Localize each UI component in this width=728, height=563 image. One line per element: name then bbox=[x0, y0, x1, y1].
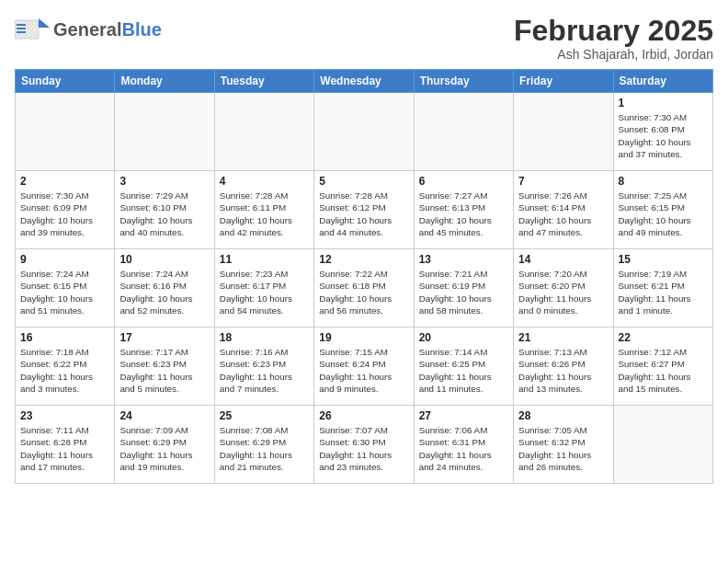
day-info: Sunrise: 7:24 AM Sunset: 6:15 PM Dayligh… bbox=[20, 268, 109, 316]
day-number: 23 bbox=[20, 409, 109, 422]
day-info: Sunrise: 7:29 AM Sunset: 6:10 PM Dayligh… bbox=[119, 190, 209, 238]
calendar-cell: 24Sunrise: 7:09 AM Sunset: 6:29 PM Dayli… bbox=[115, 406, 214, 484]
calendar-cell: 12Sunrise: 7:22 AM Sunset: 6:18 PM Dayli… bbox=[314, 249, 414, 327]
day-info: Sunrise: 7:21 AM Sunset: 6:19 PM Dayligh… bbox=[419, 268, 508, 316]
calendar-cell: 13Sunrise: 7:21 AM Sunset: 6:19 PM Dayli… bbox=[414, 249, 513, 327]
calendar-cell: 6Sunrise: 7:27 AM Sunset: 6:13 PM Daylig… bbox=[414, 171, 513, 249]
logo-general: General bbox=[53, 19, 121, 40]
svg-rect-4 bbox=[17, 31, 26, 33]
day-info: Sunrise: 7:18 AM Sunset: 6:22 PM Dayligh… bbox=[20, 346, 109, 395]
calendar-cell bbox=[314, 93, 414, 171]
day-number: 26 bbox=[319, 409, 408, 422]
day-number: 21 bbox=[518, 331, 608, 344]
calendar-cell: 19Sunrise: 7:15 AM Sunset: 6:24 PM Dayli… bbox=[314, 327, 414, 406]
logo-blue: Blue bbox=[121, 19, 161, 40]
month-title: February 2025 bbox=[514, 15, 713, 47]
calendar-week-row: 1Sunrise: 7:30 AM Sunset: 6:08 PM Daylig… bbox=[16, 93, 713, 171]
title-block: February 2025 Ash Shajarah, Irbid, Jorda… bbox=[514, 15, 713, 62]
calendar-cell: 23Sunrise: 7:11 AM Sunset: 6:28 PM Dayli… bbox=[16, 406, 115, 484]
calendar-cell: 16Sunrise: 7:18 AM Sunset: 6:22 PM Dayli… bbox=[16, 327, 115, 406]
calendar-cell: 5Sunrise: 7:28 AM Sunset: 6:12 PM Daylig… bbox=[314, 171, 414, 249]
day-number: 4 bbox=[220, 175, 309, 188]
day-info: Sunrise: 7:22 AM Sunset: 6:18 PM Dayligh… bbox=[319, 268, 408, 316]
day-number: 19 bbox=[319, 331, 408, 344]
day-info: Sunrise: 7:16 AM Sunset: 6:23 PM Dayligh… bbox=[220, 346, 309, 395]
day-info: Sunrise: 7:28 AM Sunset: 6:11 PM Dayligh… bbox=[220, 190, 309, 238]
day-number: 10 bbox=[119, 253, 209, 266]
calendar-week-row: 23Sunrise: 7:11 AM Sunset: 6:28 PM Dayli… bbox=[16, 406, 713, 484]
day-info: Sunrise: 7:15 AM Sunset: 6:24 PM Dayligh… bbox=[319, 346, 408, 395]
calendar-cell: 2Sunrise: 7:30 AM Sunset: 6:09 PM Daylig… bbox=[16, 171, 115, 249]
calendar-cell: 15Sunrise: 7:19 AM Sunset: 6:21 PM Dayli… bbox=[613, 249, 712, 327]
calendar-cell bbox=[613, 406, 712, 484]
day-number: 8 bbox=[619, 175, 708, 188]
calendar-cell: 25Sunrise: 7:08 AM Sunset: 6:29 PM Dayli… bbox=[214, 406, 313, 484]
day-info: Sunrise: 7:13 AM Sunset: 6:26 PM Dayligh… bbox=[518, 346, 608, 395]
calendar-cell: 3Sunrise: 7:29 AM Sunset: 6:10 PM Daylig… bbox=[115, 171, 214, 249]
calendar-cell: 20Sunrise: 7:14 AM Sunset: 6:25 PM Dayli… bbox=[414, 327, 513, 406]
day-info: Sunrise: 7:25 AM Sunset: 6:15 PM Dayligh… bbox=[619, 190, 708, 238]
calendar-week-row: 9Sunrise: 7:24 AM Sunset: 6:15 PM Daylig… bbox=[16, 249, 713, 327]
page-header: GeneralBlue February 2025 Ash Shajarah, … bbox=[15, 15, 713, 62]
calendar-cell: 17Sunrise: 7:17 AM Sunset: 6:23 PM Dayli… bbox=[115, 327, 214, 406]
calendar-day-header: Tuesday bbox=[214, 70, 313, 93]
day-number: 17 bbox=[119, 331, 209, 344]
day-number: 14 bbox=[518, 253, 608, 266]
day-info: Sunrise: 7:19 AM Sunset: 6:21 PM Dayligh… bbox=[619, 268, 708, 316]
day-info: Sunrise: 7:23 AM Sunset: 6:17 PM Dayligh… bbox=[220, 268, 309, 316]
day-number: 6 bbox=[419, 175, 508, 188]
calendar-cell: 10Sunrise: 7:24 AM Sunset: 6:16 PM Dayli… bbox=[115, 249, 214, 327]
calendar-cell: 28Sunrise: 7:05 AM Sunset: 6:32 PM Dayli… bbox=[514, 406, 613, 484]
day-info: Sunrise: 7:30 AM Sunset: 6:09 PM Dayligh… bbox=[20, 190, 109, 238]
calendar-cell: 14Sunrise: 7:20 AM Sunset: 6:20 PM Dayli… bbox=[514, 249, 613, 327]
svg-rect-3 bbox=[17, 28, 26, 29]
day-number: 25 bbox=[220, 409, 309, 422]
calendar-cell: 22Sunrise: 7:12 AM Sunset: 6:27 PM Dayli… bbox=[613, 327, 712, 406]
svg-marker-1 bbox=[39, 18, 50, 28]
day-info: Sunrise: 7:24 AM Sunset: 6:16 PM Dayligh… bbox=[119, 268, 209, 316]
calendar-cell bbox=[115, 93, 214, 171]
day-number: 1 bbox=[619, 97, 708, 109]
day-number: 27 bbox=[419, 409, 508, 422]
calendar-cell: 21Sunrise: 7:13 AM Sunset: 6:26 PM Dayli… bbox=[514, 327, 613, 406]
calendar-cell: 1Sunrise: 7:30 AM Sunset: 6:08 PM Daylig… bbox=[613, 93, 712, 171]
day-info: Sunrise: 7:08 AM Sunset: 6:29 PM Dayligh… bbox=[220, 424, 309, 473]
calendar-day-header: Friday bbox=[514, 70, 613, 93]
calendar-cell bbox=[214, 93, 313, 171]
day-info: Sunrise: 7:11 AM Sunset: 6:28 PM Dayligh… bbox=[20, 424, 109, 473]
calendar-day-header: Sunday bbox=[16, 70, 115, 93]
calendar-day-header: Saturday bbox=[613, 70, 712, 93]
day-number: 12 bbox=[319, 253, 408, 266]
day-number: 15 bbox=[619, 253, 708, 266]
calendar-table: SundayMondayTuesdayWednesdayThursdayFrid… bbox=[15, 69, 713, 484]
calendar-cell bbox=[514, 93, 613, 171]
calendar-cell: 9Sunrise: 7:24 AM Sunset: 6:15 PM Daylig… bbox=[16, 249, 115, 327]
calendar-cell: 27Sunrise: 7:06 AM Sunset: 6:31 PM Dayli… bbox=[414, 406, 513, 484]
day-number: 5 bbox=[319, 175, 408, 188]
calendar-day-header: Wednesday bbox=[314, 70, 414, 93]
day-info: Sunrise: 7:20 AM Sunset: 6:20 PM Dayligh… bbox=[518, 268, 608, 316]
calendar-header-row: SundayMondayTuesdayWednesdayThursdayFrid… bbox=[16, 70, 713, 93]
day-number: 16 bbox=[20, 331, 109, 344]
day-number: 20 bbox=[419, 331, 508, 344]
day-info: Sunrise: 7:17 AM Sunset: 6:23 PM Dayligh… bbox=[119, 346, 209, 395]
day-number: 9 bbox=[20, 253, 109, 266]
logo-icon bbox=[15, 15, 50, 44]
day-info: Sunrise: 7:09 AM Sunset: 6:29 PM Dayligh… bbox=[119, 424, 209, 473]
day-info: Sunrise: 7:27 AM Sunset: 6:13 PM Dayligh… bbox=[419, 190, 508, 238]
day-number: 28 bbox=[518, 409, 608, 422]
day-number: 11 bbox=[220, 253, 309, 266]
calendar-cell: 8Sunrise: 7:25 AM Sunset: 6:15 PM Daylig… bbox=[613, 171, 712, 249]
day-info: Sunrise: 7:07 AM Sunset: 6:30 PM Dayligh… bbox=[319, 424, 408, 473]
day-number: 2 bbox=[20, 175, 109, 188]
day-info: Sunrise: 7:12 AM Sunset: 6:27 PM Dayligh… bbox=[619, 346, 708, 395]
calendar-cell bbox=[414, 93, 513, 171]
calendar-day-header: Thursday bbox=[414, 70, 513, 93]
calendar-week-row: 16Sunrise: 7:18 AM Sunset: 6:22 PM Dayli… bbox=[16, 327, 713, 406]
day-info: Sunrise: 7:26 AM Sunset: 6:14 PM Dayligh… bbox=[518, 190, 608, 238]
svg-rect-2 bbox=[17, 24, 26, 26]
calendar-week-row: 2Sunrise: 7:30 AM Sunset: 6:09 PM Daylig… bbox=[16, 171, 713, 249]
logo: GeneralBlue bbox=[15, 15, 162, 44]
calendar-day-header: Monday bbox=[115, 70, 214, 93]
day-number: 7 bbox=[518, 175, 608, 188]
